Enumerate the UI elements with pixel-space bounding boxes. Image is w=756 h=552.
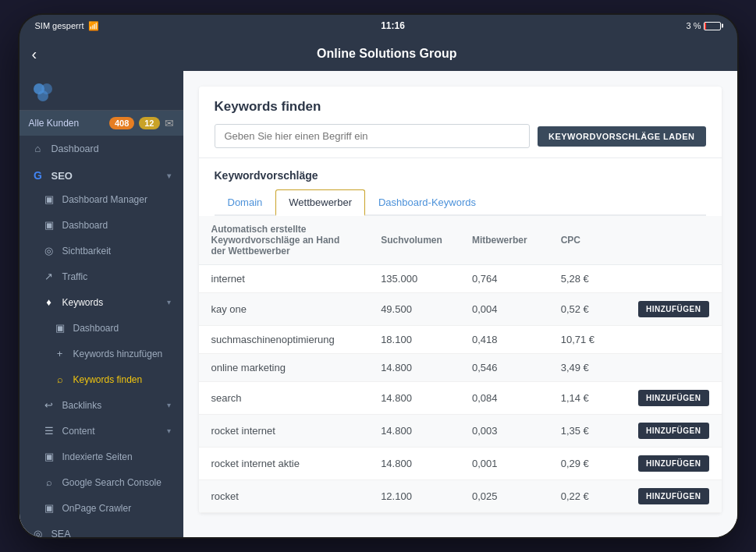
sidebar: Alle Kunden 408 12 ✉ ⌂ Dashboard G SEO	[20, 71, 183, 537]
table-header-row: Automatisch erstellte Keywordvorschläge …	[199, 216, 722, 265]
cell-volume: 18.100	[368, 326, 460, 354]
cell-keyword: internet	[199, 265, 369, 293]
sidebar-label-sichtbarkeit: Sichtbarkeit	[62, 246, 112, 257]
add-keyword-button[interactable]: HINZUFÜGEN	[638, 390, 709, 406]
sidebar-label-onpage: OnPage Crawler	[62, 503, 132, 514]
cell-cpc: 5,28 €	[548, 265, 626, 293]
content-panel: Keywords finden KEYWORDVORSCHLÄGE LADEN …	[183, 71, 737, 537]
col-header-competitor: Mitbewerber	[460, 216, 548, 265]
content-chevron: ▾	[167, 426, 171, 435]
sidebar-item-sichtbarkeit[interactable]: ◎ Sichtbarkeit	[20, 238, 183, 264]
section-label: Keywordvorschläge	[215, 169, 706, 182]
cell-keyword: online marketing	[199, 354, 369, 382]
keyword-search-input[interactable]	[215, 124, 530, 148]
sidebar-item-indexierte-seiten[interactable]: ▣ Indexierte Seiten	[20, 444, 183, 469]
sidebar-label-kw-find: Keywords finden	[73, 374, 143, 385]
sidebar-badges: 408 12 ✉	[109, 117, 174, 129]
sidebar-nav: ⌂ Dashboard G SEO ▾ ▣ Dashboard Manager …	[20, 136, 183, 537]
table-row: internet135.0000,7645,28 €	[199, 265, 722, 293]
sidebar-label-backlinks: Backlinks	[62, 400, 102, 411]
mail-icon[interactable]: ✉	[165, 117, 174, 129]
keywords-finden-card: Keywords finden KEYWORDVORSCHLÄGE LADEN …	[199, 87, 722, 513]
backlinks-icon: ↩	[43, 399, 55, 411]
cell-action: HINZUFÜGEN	[626, 382, 722, 415]
table-row: online marketing14.8000,5463,49 €	[199, 354, 722, 382]
sidebar-item-keywords-find[interactable]: ⌕ Keywords finden	[20, 366, 183, 392]
tabs-row: Domain Wettbewerber Dashboard-Keywords	[215, 189, 706, 216]
cell-keyword: rocket internet aktie	[199, 448, 369, 480]
cell-competitor: 0,001	[460, 448, 548, 480]
card-header: Keywords finden KEYWORDVORSCHLÄGE LADEN	[199, 87, 722, 158]
cell-competitor: 0,764	[460, 265, 548, 293]
cell-volume: 14.800	[368, 448, 460, 480]
status-bar-left: SIM gesperrt 📶	[35, 21, 100, 31]
cell-competitor: 0,418	[460, 326, 548, 354]
cell-cpc: 1,35 €	[548, 415, 626, 448]
tab-dashboard-keywords[interactable]: Dashboard-Keywords	[365, 189, 489, 216]
sidebar-label-dashboard-manager: Dashboard Manager	[62, 194, 147, 205]
sidebar-item-keywords[interactable]: ♦ Keywords ▾	[20, 289, 183, 315]
table-row: rocket internet aktie14.8000,0010,29 €HI…	[199, 448, 722, 480]
sidebar-item-keywords-dashboard[interactable]: ▣ Dashboard	[20, 315, 183, 341]
add-keyword-button[interactable]: HINZUFÜGEN	[638, 488, 709, 504]
table-row: kay one49.5000,0040,52 €HINZUFÜGEN	[199, 293, 722, 326]
kw-find-icon: ⌕	[54, 373, 66, 385]
add-keyword-button[interactable]: HINZUFÜGEN	[638, 301, 709, 317]
sidebar-logo-area	[20, 71, 183, 111]
status-bar-right: 3 %	[687, 21, 722, 30]
seo-chevron: ▾	[167, 172, 171, 180]
cell-action	[626, 265, 722, 293]
sidebar-item-onpage-crawler[interactable]: ▣ OnPage Crawler	[20, 495, 183, 521]
cell-volume: 135.000	[368, 265, 460, 293]
badge-yellow: 12	[139, 117, 159, 129]
sidebar-item-traffic[interactable]: ↗ Traffic	[20, 264, 183, 289]
cell-competitor: 0,004	[460, 293, 548, 326]
cell-competitor: 0,003	[460, 415, 548, 448]
load-suggestions-button[interactable]: KEYWORDVORSCHLÄGE LADEN	[538, 126, 706, 147]
content-body: Keywords finden KEYWORDVORSCHLÄGE LADEN …	[183, 71, 737, 537]
tab-domain[interactable]: Domain	[215, 189, 276, 216]
keywords-chevron: ▾	[167, 298, 171, 306]
home-icon: ⌂	[32, 143, 44, 154]
sidebar-item-keywords-add[interactable]: + Keywords hinzufügen	[20, 341, 183, 366]
cell-keyword: rocket internet	[199, 415, 369, 448]
sidebar-item-sea[interactable]: ◎ SEA	[20, 521, 183, 537]
nav-bar: ‹ Online Solutions Group	[20, 37, 737, 71]
sidebar-label-dashboard-sub: Dashboard	[62, 220, 108, 231]
battery-text: 3 %	[687, 21, 701, 30]
cell-action: HINZUFÜGEN	[626, 480, 722, 513]
battery-fill	[705, 23, 706, 30]
add-keyword-button[interactable]: HINZUFÜGEN	[638, 455, 709, 472]
col-header-volume: Suchvolumen	[368, 216, 460, 265]
add-keyword-button[interactable]: HINZUFÜGEN	[638, 423, 709, 439]
sidebar-item-google-search-console[interactable]: ⌕ Google Search Console	[20, 469, 183, 495]
sidebar-label-traffic: Traffic	[62, 271, 88, 282]
sidebar-item-seo[interactable]: G SEO ▾	[20, 161, 183, 186]
sidebar-item-dashboard-manager[interactable]: ▣ Dashboard Manager	[20, 186, 183, 212]
main-content: Alle Kunden 408 12 ✉ ⌂ Dashboard G SEO	[20, 71, 737, 537]
google-icon: G	[32, 169, 44, 182]
sidebar-label-dashboard: Dashboard	[51, 143, 99, 154]
sidebar-item-dashboard-sub[interactable]: ▣ Dashboard	[20, 212, 183, 238]
table-row: search14.8000,0841,14 €HINZUFÜGEN	[199, 382, 722, 415]
status-bar: SIM gesperrt 📶 11:16 3 %	[20, 15, 737, 37]
sidebar-label-content: Content	[62, 426, 95, 437]
app-logo	[32, 82, 54, 104]
back-button[interactable]: ‹	[32, 45, 37, 63]
sidebar-item-content[interactable]: ☰ Content ▾	[20, 418, 183, 444]
cell-cpc: 3,49 €	[548, 354, 626, 382]
cell-action: HINZUFÜGEN	[626, 293, 722, 326]
sidebar-item-backlinks[interactable]: ↩ Backlinks ▾	[20, 392, 183, 418]
cell-keyword: suchmaschinenoptimierung	[199, 326, 369, 354]
traffic-icon: ↗	[43, 271, 55, 282]
carrier-text: SIM gesperrt	[35, 21, 84, 30]
cell-competitor: 0,084	[460, 382, 548, 415]
search-row: KEYWORDVORSCHLÄGE LADEN	[215, 124, 706, 148]
table-row: rocket12.1000,0250,22 €HINZUFÜGEN	[199, 480, 722, 513]
sidebar-item-dashboard[interactable]: ⌂ Dashboard	[20, 136, 183, 161]
table-row: rocket internet14.8000,0031,35 €HINZUFÜG…	[199, 415, 722, 448]
sidebar-label-sea: SEA	[51, 529, 71, 538]
table-wrapper: Automatisch erstellte Keywordvorschläge …	[199, 216, 722, 513]
all-clients-label[interactable]: Alle Kunden	[29, 118, 80, 129]
tab-wettbewerber[interactable]: Wettbewerber	[275, 189, 365, 216]
